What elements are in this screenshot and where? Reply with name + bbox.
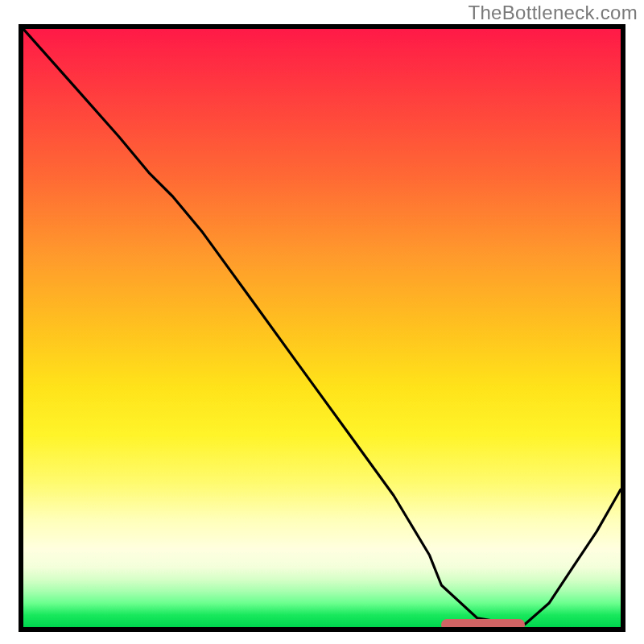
watermark-text: TheBottleneck.com [468, 2, 638, 24]
bottleneck-curve [23, 29, 621, 627]
chart-stage: TheBottleneck.com [0, 0, 644, 644]
optimal-range-marker [441, 619, 525, 627]
plot-frame [19, 24, 625, 632]
plot-area [23, 29, 621, 627]
